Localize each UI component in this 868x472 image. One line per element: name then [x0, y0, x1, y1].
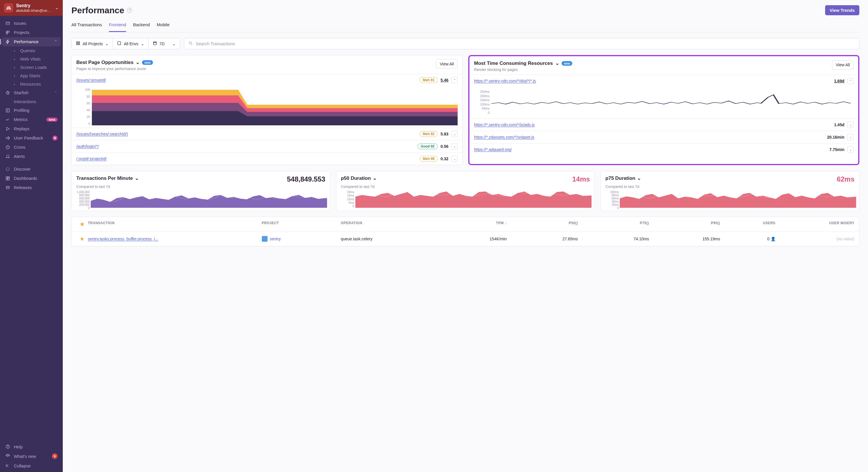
- sidebar-item-metrics[interactable]: Metrics beta: [0, 115, 63, 124]
- tab-backend[interactable]: Backend: [133, 19, 150, 32]
- sidebar-item-help[interactable]: Help: [0, 442, 63, 451]
- expand-button[interactable]: ⌄: [451, 131, 458, 137]
- expand-button[interactable]: ⌄: [847, 134, 854, 140]
- tpm-value: 548,849.553: [287, 175, 325, 183]
- col-p50[interactable]: P50(): [506, 221, 578, 227]
- opportunity-link[interactable]: /auth/login/*/: [76, 144, 99, 149]
- resource-chart: 250ms 200ms 150ms 100ms 50ms 0: [469, 87, 858, 118]
- resource-link[interactable]: https://*.adguard.org/: [474, 147, 512, 152]
- sidebar: Sentry abdullah.khan@sen... ⌄ Issues Pro…: [0, 0, 63, 472]
- sidebar-item-releases[interactable]: Releases: [0, 183, 63, 192]
- sidebar-item-collapse[interactable]: Collapse: [0, 461, 63, 470]
- star-icon[interactable]: ★: [80, 221, 85, 227]
- sidebar-sub-screenloads[interactable]: Screen Loads: [0, 63, 63, 71]
- col-p95[interactable]: P95(): [649, 221, 720, 227]
- svg-rect-17: [78, 43, 80, 45]
- collapse-button[interactable]: ⌃: [847, 78, 854, 84]
- view-all-button[interactable]: View All: [436, 59, 458, 68]
- resource-link[interactable]: https://*.sentry-cdn.com/*/js/ads.js: [474, 122, 535, 127]
- score-badge: Meh 81: [420, 77, 438, 83]
- view-all-button[interactable]: View All: [832, 60, 854, 69]
- expand-button[interactable]: ⌄: [451, 143, 458, 150]
- opportunity-value: 5.46: [441, 78, 448, 82]
- new-badge: new: [562, 61, 572, 66]
- col-p75[interactable]: P75(): [578, 221, 649, 227]
- bell-icon: [5, 154, 10, 159]
- tab-frontend[interactable]: Frontend: [109, 19, 126, 32]
- sidebar-sub-resources[interactable]: Resources: [0, 80, 63, 88]
- col-users[interactable]: USERS: [720, 221, 775, 227]
- projects-filter[interactable]: All Projects ⌄: [72, 38, 113, 49]
- opportunity-link[interactable]: /issues/:groupId/: [76, 78, 106, 82]
- sidebar-sub-queries[interactable]: Queries: [0, 47, 63, 55]
- svg-rect-8: [8, 178, 9, 180]
- star-toggle[interactable]: ★: [80, 236, 84, 242]
- search-input[interactable]: [196, 41, 855, 46]
- resource-row: https://*.adguard.org/ 7.75min ⌄: [469, 143, 858, 156]
- sidebar-item-profiling[interactable]: Profiling: [0, 106, 63, 115]
- sidebar-label: Starfish: [14, 90, 29, 95]
- collapse-button[interactable]: ⌃: [451, 77, 458, 83]
- project-cell[interactable]: sentry: [262, 236, 341, 242]
- opportunities-panel: Best Page Opportunities ⌄ new Pages to i…: [71, 55, 463, 165]
- panel-title[interactable]: Best Page Opportunities ⌄ new: [76, 59, 153, 65]
- sidebar-item-performance[interactable]: Performance ⌃: [2, 37, 60, 47]
- sidebar-item-dashboards[interactable]: Dashboards: [0, 174, 63, 183]
- svg-rect-7: [8, 177, 9, 177]
- resource-row: https://*.sentry-cdn.com/*/dist/*/*.js 1…: [469, 75, 858, 87]
- resource-link[interactable]: https://*.zdassets.com/*/snippet.js: [474, 135, 534, 140]
- tab-all-transactions[interactable]: All Transactions: [71, 19, 102, 32]
- sidebar-label: Performance: [14, 39, 39, 44]
- sidebar-item-replays[interactable]: Replays: [0, 124, 63, 134]
- stat-title[interactable]: p75 Duration⌄: [606, 175, 641, 181]
- envs-filter[interactable]: All Envs ⌄: [113, 38, 149, 49]
- sidebar-sub-appstarts[interactable]: App Starts: [0, 71, 63, 80]
- chevron-down-icon: ⌄: [136, 59, 140, 65]
- sidebar-sub-interactions[interactable]: Interactions: [0, 97, 63, 106]
- p95-cell: 155.19ms: [649, 237, 720, 241]
- play-icon: [5, 126, 10, 131]
- p75-panel: p75 Duration⌄ 62ms Compared to last 7d 1…: [600, 171, 859, 211]
- layers-icon: [117, 41, 122, 47]
- sidebar-item-issues[interactable]: Issues: [0, 19, 63, 28]
- stat-title[interactable]: p50 Duration⌄: [341, 175, 377, 181]
- lightning-icon: [5, 39, 10, 45]
- resource-row: https://*.sentry-cdn.com/*/js/ads.js 1.4…: [469, 118, 858, 131]
- search-icon: [188, 41, 193, 47]
- sidebar-item-crons[interactable]: Crons: [0, 143, 63, 152]
- sidebar-label: Alerts: [14, 154, 25, 159]
- svg-rect-16: [76, 43, 78, 45]
- col-project[interactable]: PROJECT: [262, 221, 341, 227]
- sidebar-item-starfish[interactable]: Starfish ⌃: [0, 88, 63, 97]
- sidebar-item-discover[interactable]: Discover: [0, 165, 63, 174]
- p50-value: 14ms: [572, 175, 590, 183]
- org-picker[interactable]: Sentry abdullah.khan@sen... ⌄: [0, 0, 63, 16]
- expand-button[interactable]: ⌄: [451, 156, 458, 162]
- stat-title[interactable]: Transactions Per Minute⌄: [76, 175, 139, 181]
- tab-mobile[interactable]: Mobile: [157, 19, 169, 32]
- period-filter[interactable]: 7D ⌄: [149, 38, 180, 49]
- sidebar-item-projects[interactable]: Projects: [0, 28, 63, 37]
- col-tpm[interactable]: TPM ↓: [436, 221, 507, 227]
- expand-button[interactable]: ⌄: [847, 122, 854, 128]
- view-trends-button[interactable]: View Trends: [825, 5, 859, 15]
- sidebar-sub-webvitals[interactable]: Web Vitals: [0, 55, 63, 63]
- resource-link[interactable]: https://*.sentry-cdn.com/*/dist/*/*.js: [474, 79, 536, 83]
- transaction-link[interactable]: sentry.tasks.process_buffer.process_i...: [88, 237, 262, 241]
- opportunity-value: 0.32: [441, 156, 448, 161]
- dashboard-icon: [5, 176, 10, 181]
- whatsnew-count: 6: [52, 453, 58, 459]
- sidebar-item-alerts[interactable]: Alerts: [0, 152, 63, 161]
- chevron-down-icon: ⌄: [141, 41, 144, 46]
- help-icon[interactable]: ?: [127, 8, 132, 13]
- expand-button[interactable]: ⌄: [847, 146, 854, 153]
- search-transactions[interactable]: [184, 38, 859, 49]
- col-transaction[interactable]: TRANSACTION: [88, 221, 262, 227]
- opportunity-link[interactable]: /:orgId/:projectId/: [76, 156, 106, 161]
- col-operation[interactable]: OPERATION: [341, 221, 435, 227]
- sidebar-item-whatsnew[interactable]: What's new 6: [0, 451, 63, 461]
- opportunity-link[interactable]: /issues/(searches/:searchId/): [76, 132, 128, 136]
- panel-title[interactable]: Most Time Consuming Resources ⌄ new: [474, 60, 572, 66]
- col-misery[interactable]: USER MISERY: [776, 221, 855, 227]
- sidebar-item-user-feedback[interactable]: User Feedback B: [0, 134, 63, 143]
